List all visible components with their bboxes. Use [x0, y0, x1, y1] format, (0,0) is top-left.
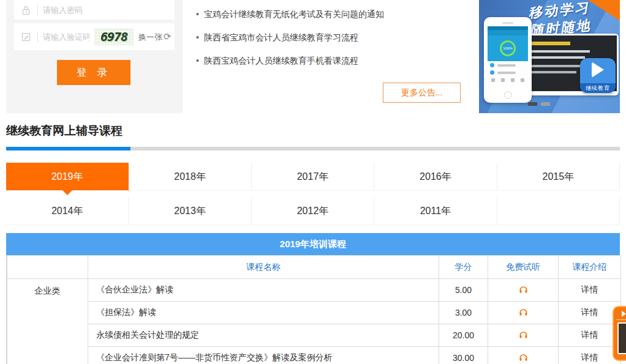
more-announcements-button[interactable]: 更多公告...	[383, 83, 461, 103]
captcha-row: 6978 换一张⟳	[14, 23, 175, 50]
headphone-icon[interactable]	[518, 330, 529, 341]
refresh-icon: ⟳	[164, 31, 172, 42]
course-credits: 3.00	[439, 302, 488, 324]
year-tab-grid: 2019年 2018年 2017年 2016年 2015年 2014年 2013…	[6, 163, 620, 231]
tab-year-2019[interactable]: 2019年	[6, 163, 129, 191]
headphone-icon[interactable]	[518, 352, 529, 364]
detail-link[interactable]: 详情	[581, 352, 598, 362]
table-row: 《企业会计准则第7号——非货币性资产交换》解读及案例分析 30.00 详情	[7, 347, 621, 364]
col-credits: 学分	[439, 256, 488, 279]
expand-arrow-icon	[622, 311, 626, 317]
course-name: 《企业会计准则第7号——非货币性资产交换》解读及案例分析	[88, 347, 439, 364]
tab-year-2015[interactable]: 2015年	[497, 163, 620, 191]
detail-link[interactable]: 详情	[581, 307, 598, 317]
tab-year-2018[interactable]: 2018年	[129, 163, 251, 191]
headphone-icon[interactable]	[518, 307, 529, 319]
headphone-icon[interactable]	[518, 284, 529, 296]
tab-year-2012[interactable]: 2012年	[252, 197, 374, 225]
login-panel: 6978 换一张⟳ 登 录	[6, 0, 183, 113]
section-title: 继续教育网上辅导课程	[6, 123, 123, 139]
floating-side-widget[interactable]	[613, 306, 626, 361]
captcha-image[interactable]: 6978	[94, 28, 134, 45]
tab-year-2017[interactable]: 2017年	[252, 163, 374, 191]
announcement-item[interactable]: 宝鸡会计继续教育无纸化考试及有关问题的通知	[184, 9, 472, 20]
page: 6978 换一张⟳ 登 录 宝鸡会计继续教育无纸化考试及有关问题的通知 陕西省宝…	[0, 0, 626, 364]
announcement-list: 宝鸡会计继续教育无纸化考试及有关问题的通知 陕西省宝鸡市会计人员继续教育学习流程…	[184, 0, 472, 113]
col-category	[7, 256, 88, 279]
announcement-item[interactable]: 陕西宝鸡会计人员继续教育手机看课流程	[184, 55, 472, 66]
phone-mockup: 100%	[484, 17, 532, 103]
section-underline-track	[6, 147, 620, 150]
table-header-row: 课程名称 学分 免费试听 课程介绍	[7, 256, 621, 279]
widget-thumbnail	[617, 322, 626, 354]
app-icon: 继续教育	[580, 58, 616, 93]
table-row: 永续债相关会计处理的规定 20.00 详情	[7, 324, 621, 347]
carousel-dots	[528, 102, 550, 106]
course-credits: 20.00	[439, 324, 488, 347]
phone-screen: 100%	[488, 26, 528, 89]
phone-home-button	[504, 91, 512, 99]
course-name: 《担保法》解读	[88, 302, 439, 324]
course-table: 2019年培训课程 课程名称 学分 免费试听 课程介绍 企业类 《合伙企业法》解…	[6, 234, 620, 364]
tab-year-2011[interactable]: 2011年	[374, 197, 497, 225]
tab-empty-cell	[497, 197, 620, 225]
login-button[interactable]: 登 录	[57, 60, 130, 85]
detail-link[interactable]: 详情	[581, 284, 598, 294]
password-row	[14, 0, 175, 20]
course-name: 《合伙企业法》解读	[88, 279, 439, 302]
phone-speaker	[502, 22, 513, 24]
app-badge-label: 继续教育	[580, 83, 616, 93]
course-credits: 5.00	[439, 279, 488, 302]
password-input[interactable]	[38, 6, 175, 15]
app-logo-triangle	[592, 62, 604, 78]
section-underline-fill	[6, 147, 130, 150]
carousel-dot-1[interactable]	[528, 102, 537, 106]
col-intro: 课程介绍	[559, 256, 621, 279]
table-row: 《担保法》解读 3.00 详情	[7, 302, 621, 324]
announcement-item[interactable]: 陕西省宝鸡市会计人员继续教育学习流程	[184, 32, 472, 43]
edit-icon	[14, 32, 37, 42]
tab-year-2014[interactable]: 2014年	[6, 197, 129, 225]
course-credits: 30.00	[439, 347, 488, 364]
captcha-input[interactable]	[38, 32, 94, 42]
table-row: 企业类 《合伙企业法》解读 5.00 详情	[7, 279, 621, 302]
tab-year-2013[interactable]: 2013年	[129, 197, 251, 225]
col-free-trial: 免费试听	[488, 256, 559, 279]
detail-link[interactable]: 详情	[581, 330, 598, 340]
promo-banner[interactable]: 移动学习 随时随地 100%	[479, 0, 620, 113]
lock-icon	[14, 5, 37, 15]
carousel-dot-2[interactable]	[541, 102, 550, 106]
course-name: 永续债相关会计处理的规定	[88, 324, 439, 347]
course-table-title: 2019年培训课程	[6, 233, 620, 255]
tab-year-2016[interactable]: 2016年	[374, 163, 497, 191]
category-cell: 企业类	[7, 279, 88, 364]
progress-gauge: 100%	[500, 40, 516, 56]
captcha-refresh-link[interactable]: 换一张⟳	[138, 31, 172, 43]
col-course-name: 课程名称	[88, 256, 439, 279]
